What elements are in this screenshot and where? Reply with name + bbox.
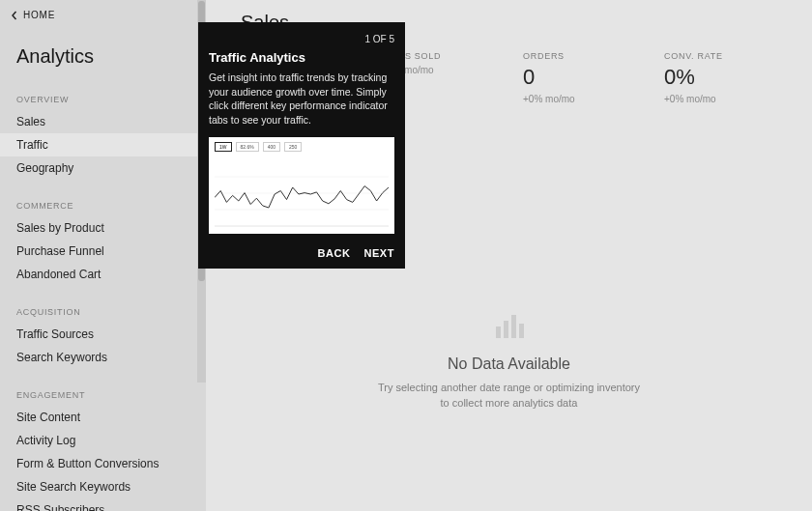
svg-rect-0 [496,326,501,338]
nav-item-form-button-conversions[interactable]: Form & Button Conversions [0,452,206,475]
modal-title: Traffic Analytics [209,50,394,65]
nav-item-sales[interactable]: Sales [0,110,206,133]
preview-tab: 250 [284,142,302,152]
kpi-label: CONV. RATE [664,51,796,61]
onboarding-modal: 1 OF 5 Traffic Analytics Get insight int… [198,22,405,269]
nav-group-overview: OVERVIEW [0,73,206,110]
nav-group-engagement: ENGAGEMENT [0,369,206,406]
kpi-value: 0 [523,65,654,90]
nav-item-traffic-sources[interactable]: Traffic Sources [0,323,206,346]
kpi-delta: +0% mo/mo [523,94,654,104]
nav-item-site-content[interactable]: Site Content [0,406,206,429]
nav-group-commerce: COMMERCE [0,180,206,216]
home-link[interactable]: HOME [0,0,206,26]
empty-text: Try selecting another date range or opti… [374,381,645,412]
home-label: HOME [23,10,55,20]
nav-group-acquisition: ACQUISITION [0,286,206,323]
modal-step-counter: 1 OF 5 [209,34,394,44]
sidebar: HOME Analytics OVERVIEW Sales Traffic Ge… [0,0,206,511]
preview-tab: 400 [263,142,280,152]
nav-item-abandoned-cart[interactable]: Abandoned Cart [0,263,206,286]
nav-item-geography[interactable]: Geography [0,156,206,180]
svg-rect-1 [504,321,508,338]
chart-icon [492,307,527,342]
page-title: Analytics [0,26,206,73]
nav-item-purchase-funnel[interactable]: Purchase Funnel [0,240,206,263]
modal-preview-tabs: 1W 82.6% 400 250 [209,137,394,156]
preview-tab: 82.6% [236,142,259,152]
nav-item-search-keywords[interactable]: Search Keywords [0,346,206,369]
nav-item-site-search-keywords[interactable]: Site Search Keywords [0,475,206,498]
empty-title: No Data Available [374,355,645,373]
nav-item-activity-log[interactable]: Activity Log [0,429,206,452]
nav-item-rss-subscribers[interactable]: RSS Subscribers [0,498,206,511]
kpi-orders[interactable]: ORDERS 0 +0% mo/mo [523,51,664,104]
nav-item-sales-by-product[interactable]: Sales by Product [0,216,206,240]
kpi-delta: +0% mo/mo [664,94,796,104]
kpi-value: 0% [664,65,796,90]
kpi-label: ORDERS [523,51,654,61]
svg-rect-3 [519,324,524,338]
svg-rect-2 [511,315,516,338]
back-button[interactable]: BACK [317,247,350,259]
modal-actions: BACK NEXT [209,247,394,259]
next-button[interactable]: NEXT [363,247,394,259]
modal-preview-image: 1W 82.6% 400 250 [209,137,394,234]
preview-tab: 1W [215,142,232,152]
modal-body: Get insight into traffic trends by track… [209,71,394,128]
chevron-left-icon [10,11,19,20]
nav-item-traffic[interactable]: Traffic [0,133,206,156]
empty-state: No Data Available Try selecting another … [374,307,645,412]
modal-preview-chart [215,160,389,228]
kpi-conv-rate[interactable]: CONV. RATE 0% +0% mo/mo [664,51,805,104]
